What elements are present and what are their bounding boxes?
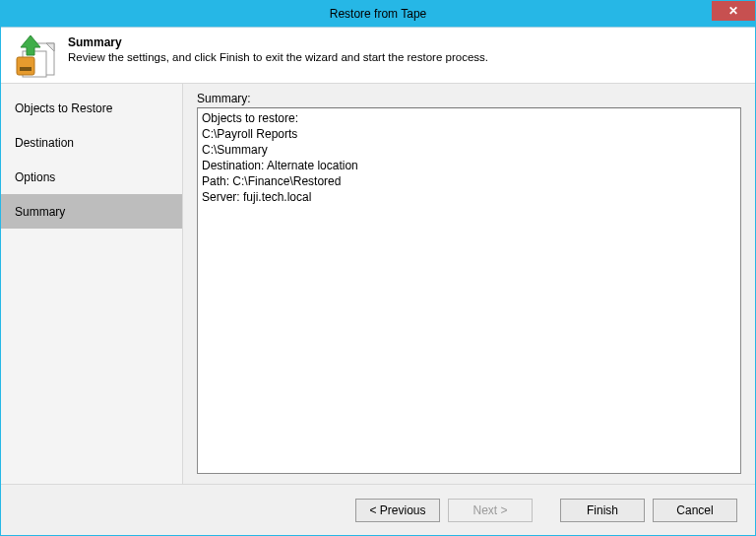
nav-item-objects[interactable]: Objects to Restore — [1, 91, 182, 125]
close-button[interactable]: ✕ — [712, 1, 755, 21]
svg-rect-3 — [17, 57, 34, 75]
next-button: Next > — [448, 499, 533, 522]
wizard-icon — [11, 34, 58, 79]
window: Restore from Tape ✕ Summary — [0, 0, 756, 536]
header-text: Summary Review the settings, and click F… — [68, 34, 488, 63]
summary-textbox[interactable]: Objects to restore: C:\Payroll Reports C… — [197, 107, 741, 474]
window-title: Restore from Tape — [1, 7, 755, 21]
finish-button[interactable]: Finish — [560, 499, 645, 522]
header: Summary Review the settings, and click F… — [1, 28, 755, 84]
content: Summary: Objects to restore: C:\Payroll … — [183, 84, 755, 484]
close-icon: ✕ — [728, 5, 738, 17]
nav-item-destination[interactable]: Destination — [1, 125, 182, 160]
cancel-button[interactable]: Cancel — [653, 499, 737, 522]
nav-item-summary[interactable]: Summary — [1, 194, 182, 229]
footer: < Previous Next > Finish Cancel — [1, 484, 755, 535]
previous-button[interactable]: < Previous — [355, 499, 440, 522]
wizard-nav: Objects to Restore Destination Options S… — [1, 84, 183, 484]
svg-rect-4 — [20, 67, 32, 71]
header-title: Summary — [68, 35, 488, 49]
nav-item-options[interactable]: Options — [1, 160, 182, 194]
body: Objects to Restore Destination Options S… — [1, 84, 755, 484]
client-area: Summary Review the settings, and click F… — [1, 27, 755, 535]
titlebar: Restore from Tape ✕ — [1, 1, 755, 27]
summary-label: Summary: — [197, 92, 741, 105]
header-subtitle: Review the settings, and click Finish to… — [68, 51, 488, 63]
